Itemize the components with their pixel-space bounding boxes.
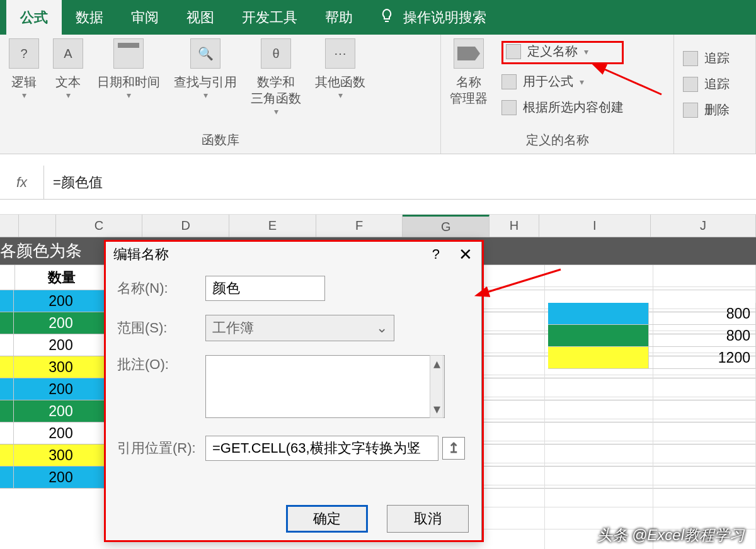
qty-cell[interactable]: 200 xyxy=(14,334,108,356)
lookup-button[interactable]: 🔍 查找与引用 ▾ xyxy=(174,38,237,100)
qty-cell[interactable]: 200 xyxy=(14,290,108,312)
remove-arrows-button[interactable]: 删除 xyxy=(683,101,747,118)
refers-to-input[interactable] xyxy=(205,436,438,461)
scope-combo[interactable]: 工作簿 ⌄ xyxy=(205,315,394,341)
trace-prec-icon xyxy=(683,51,698,66)
tab-developer[interactable]: 开发工具 xyxy=(228,0,311,35)
tab-review[interactable]: 审阅 xyxy=(117,0,173,35)
datetime-button[interactable]: 日期和时间 ▾ xyxy=(97,38,160,100)
use-in-formula-label: 用于公式 xyxy=(523,73,573,90)
dialog-title: 编辑名称 xyxy=(113,245,169,264)
tab-formulas[interactable]: 公式 xyxy=(6,0,62,35)
watermark: 头条 @Excel教程学习 xyxy=(597,525,745,545)
qty-cell[interactable]: 300 xyxy=(14,356,108,378)
calendar-icon xyxy=(113,38,144,69)
col-head-h[interactable]: H xyxy=(490,215,539,237)
scope-value: 工作簿 xyxy=(212,319,254,337)
name-manager-label: 名称 管理器 xyxy=(450,74,488,106)
qty-cell[interactable]: 200 xyxy=(14,312,108,334)
text-icon: A xyxy=(53,38,83,69)
ribbon: ? 逻辑 ▾ A 文本 ▾ 日期和时间 ▾ 🔍 查找与引用 ▾ θ 数学和 xyxy=(0,35,756,154)
morefn-label: 其他函数 xyxy=(315,74,365,90)
name-input[interactable] xyxy=(205,276,325,301)
defined-names-label: 定义的名称 xyxy=(450,128,665,154)
menu-bar: 公式 数据 审阅 视图 开发工具 帮助 操作说明搜索 xyxy=(0,0,756,35)
name-manager-button[interactable]: 名称 管理器 xyxy=(450,38,488,106)
summary-value-cell[interactable]: 800 xyxy=(649,303,756,324)
fx-icon[interactable]: fx xyxy=(0,166,44,199)
dialog-help-icon[interactable]: ? xyxy=(432,246,440,263)
right-summary-table: 8008001200 xyxy=(548,303,756,369)
create-from-selection-button[interactable]: 根据所选内容创建 xyxy=(501,99,624,116)
refers-label: 引用位置(R): xyxy=(117,439,205,458)
create-from-selection-label: 根据所选内容创建 xyxy=(523,99,624,116)
fx-small-icon xyxy=(501,74,517,89)
tab-view[interactable]: 视图 xyxy=(173,0,228,35)
text-label: 文本 xyxy=(55,74,81,90)
qty-cell[interactable]: 200 xyxy=(14,378,108,400)
col-head-e[interactable]: E xyxy=(229,215,316,237)
use-in-formula-button[interactable]: 用于公式 ▾ xyxy=(501,73,624,90)
summary-color-cell[interactable] xyxy=(548,325,649,346)
trace-dependents-button[interactable]: 追踪 xyxy=(683,76,747,93)
datetime-label: 日期和时间 xyxy=(97,74,160,90)
tab-data[interactable]: 数据 xyxy=(62,0,117,35)
tag-icon xyxy=(454,38,484,69)
cancel-button[interactable]: 取消 xyxy=(387,505,469,533)
col-head-f[interactable]: F xyxy=(316,215,403,237)
math-button[interactable]: θ 数学和 三角函数 ▾ xyxy=(251,38,301,116)
scope-label: 范围(S): xyxy=(117,319,205,337)
define-name-button[interactable]: 定义名称 ▾ xyxy=(506,43,618,60)
title-text: 各颜色为条 xyxy=(0,240,82,262)
textarea-scrollbar[interactable]: ▴ ▾ xyxy=(430,355,444,418)
lightbulb-icon xyxy=(379,8,394,27)
summary-color-cell[interactable] xyxy=(548,303,649,324)
define-name-label: 定义名称 xyxy=(527,43,578,60)
summary-row: 800 xyxy=(548,325,756,347)
col-head-j[interactable]: J xyxy=(651,215,756,237)
tab-help[interactable]: 帮助 xyxy=(311,0,367,35)
summary-value-cell[interactable]: 800 xyxy=(649,325,756,346)
trace-precedents-button[interactable]: 追踪 xyxy=(683,50,747,67)
formula-input[interactable]: =颜色值 xyxy=(44,173,756,192)
comment-label: 批注(O): xyxy=(117,355,205,374)
col-head-i[interactable]: I xyxy=(539,215,651,237)
summary-color-cell[interactable] xyxy=(548,347,649,368)
col-head-c[interactable]: C xyxy=(56,215,143,237)
formula-bar: fx =颜色值 xyxy=(0,166,756,200)
qty-cell[interactable]: 200 xyxy=(14,422,108,444)
ok-button[interactable]: 确定 xyxy=(286,505,368,533)
column-headers: C D E F G H I J xyxy=(0,215,756,237)
qty-header-cell: 数量 xyxy=(15,265,108,290)
col-head-d[interactable]: D xyxy=(142,215,229,237)
remove-arrows-label: 删除 xyxy=(704,101,730,118)
edit-name-dialog: 编辑名称 ? ✕ 名称(N): 范围(S): 工作簿 ⌄ 批注(O): ▴ ▾ xyxy=(104,240,482,542)
math-label: 数学和 三角函数 xyxy=(251,74,301,106)
tell-me-label: 操作说明搜索 xyxy=(403,8,486,27)
morefn-button[interactable]: ⋯ 其他函数 ▾ xyxy=(315,38,365,100)
summary-row: 800 xyxy=(548,303,756,325)
qty-cell[interactable]: 200 xyxy=(14,400,108,422)
remove-arrows-icon xyxy=(683,103,698,118)
logic-button[interactable]: ? 逻辑 ▾ xyxy=(9,38,39,100)
collapse-dialog-icon[interactable]: ↥ xyxy=(442,437,465,460)
grid-lines: /* rows drawn by binder below */ xyxy=(479,265,756,489)
col-head-g[interactable]: G xyxy=(403,215,490,237)
tell-me[interactable]: 操作说明搜索 xyxy=(379,8,486,27)
logic-label: 逻辑 xyxy=(11,74,37,90)
comment-textarea[interactable] xyxy=(205,355,445,418)
logic-icon: ? xyxy=(9,38,39,69)
define-name-icon xyxy=(506,44,521,59)
chevron-down-icon: ⌄ xyxy=(376,320,387,336)
name-label: 名称(N): xyxy=(117,279,205,298)
qty-cell[interactable]: 200 xyxy=(14,467,108,488)
text-button[interactable]: A 文本 ▾ xyxy=(53,38,83,100)
more-icon: ⋯ xyxy=(325,38,355,69)
qty-cell[interactable]: 300 xyxy=(14,444,108,466)
summary-value-cell[interactable]: 1200 xyxy=(649,347,756,368)
dialog-close-icon[interactable]: ✕ xyxy=(459,245,472,264)
trace-dep-label: 追踪 xyxy=(704,76,730,93)
theta-icon: θ xyxy=(261,38,291,69)
lookup-icon: 🔍 xyxy=(190,38,220,69)
lookup-label: 查找与引用 xyxy=(174,74,237,90)
